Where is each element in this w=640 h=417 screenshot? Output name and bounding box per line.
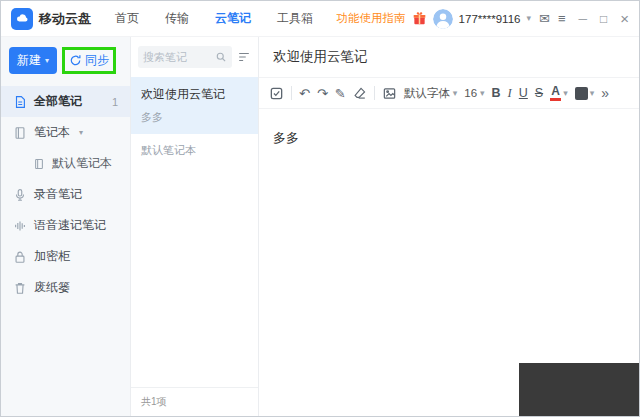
sidebar-item-label: 语音速记笔记 — [34, 217, 106, 234]
nav-transfer[interactable]: 传输 — [165, 10, 189, 27]
note-list-panel: 欢迎使用云笔记 多多 默认笔记本 共1项 — [131, 37, 259, 416]
font-size-value: 16 — [464, 87, 477, 99]
gift-icon[interactable] — [412, 11, 427, 26]
strikethrough-button[interactable]: S — [535, 86, 543, 100]
sidebar-item-notebooks[interactable]: 笔记本 ▾ — [1, 117, 130, 148]
avatar[interactable] — [433, 9, 453, 29]
font-color-swatch — [550, 98, 561, 101]
sidebar-item-label: 加密柜 — [34, 248, 70, 265]
underline-button[interactable]: U — [519, 86, 528, 100]
sidebar-item-default-notebook[interactable]: 默认笔记本 — [1, 148, 130, 179]
app-name: 移动云盘 — [39, 10, 91, 28]
editor-note-title[interactable]: 欢迎使用云笔记 — [259, 37, 639, 78]
new-note-label: 新建 — [17, 52, 41, 69]
search-icon — [215, 51, 227, 63]
font-family-select[interactable]: 默认字体 ▾ — [404, 86, 458, 101]
chevron-down-icon: ▾ — [79, 128, 83, 137]
app-window: 移动云盘 首页 传输 云笔记 工具箱 功能使用指南 177****9116 ▾ … — [0, 0, 640, 417]
eraser-icon[interactable] — [353, 86, 367, 100]
app-logo-icon — [11, 8, 33, 30]
lock-icon — [13, 250, 27, 264]
font-size-select[interactable]: 16 ▾ — [464, 87, 484, 99]
sync-button[interactable]: 同步 — [69, 52, 109, 69]
search-row — [131, 37, 258, 77]
chevron-down-icon: ▾ — [563, 89, 568, 98]
editor-toolbar: ↶ ↷ ✎ 默认字体 ▾ 16 ▾ B I — [259, 78, 639, 109]
main-nav: 首页 传输 云笔记 工具箱 — [115, 10, 313, 27]
search-input[interactable] — [143, 51, 215, 63]
note-list-item[interactable]: 欢迎使用云笔记 多多 — [131, 77, 258, 134]
sidebar-item-label: 全部笔记 — [34, 93, 82, 110]
todo-checkbox-icon[interactable] — [269, 86, 284, 101]
minimize-button[interactable]: ─ — [578, 13, 587, 25]
sidebar-item-label: 笔记本 — [34, 124, 70, 141]
maximize-button[interactable]: □ — [600, 13, 607, 25]
topbar: 移动云盘 首页 传输 云笔记 工具箱 功能使用指南 177****9116 ▾ … — [1, 1, 639, 37]
topbar-right: 功能使用指南 177****9116 ▾ ✉ ≡ ─ □ × — [337, 9, 629, 29]
toolbar-divider — [374, 86, 375, 100]
more-tools-icon[interactable]: » — [601, 86, 609, 100]
note-title: 欢迎使用云笔记 — [141, 86, 248, 103]
bold-button[interactable]: B — [492, 86, 501, 100]
note-snippet: 多多 — [141, 110, 248, 125]
italic-button[interactable]: I — [508, 86, 512, 101]
toolbar-divider — [291, 86, 292, 100]
chevron-down-icon: ▾ — [45, 56, 49, 65]
undo-icon[interactable]: ↶ — [299, 87, 310, 100]
chevron-down-icon: ▾ — [590, 89, 595, 98]
highlight-icon — [575, 87, 588, 100]
nav-home[interactable]: 首页 — [115, 10, 139, 27]
notebook-icon — [33, 158, 45, 170]
sync-highlight-annotation: 同步 — [62, 47, 116, 74]
font-family-value: 默认字体 — [404, 86, 450, 101]
account-chevron-down-icon[interactable]: ▾ — [526, 14, 531, 23]
trash-icon — [13, 281, 27, 295]
sync-label: 同步 — [85, 52, 109, 69]
sidebar-item-label: 录音笔记 — [34, 186, 82, 203]
search-box[interactable] — [138, 46, 232, 68]
sidebar-actions: 新建 ▾ 同步 — [1, 47, 130, 86]
close-button[interactable]: × — [620, 11, 629, 26]
format-painter-icon[interactable]: ✎ — [335, 87, 346, 100]
sidebar-item-voice-notes[interactable]: 录音笔记 — [1, 179, 130, 210]
insert-image-icon[interactable] — [382, 86, 397, 101]
sidebar-item-label: 废纸篓 — [34, 279, 70, 296]
sync-icon — [69, 54, 82, 67]
account-number[interactable]: 177****9116 — [459, 13, 521, 25]
new-note-button[interactable]: 新建 ▾ — [9, 47, 57, 74]
microphone-icon — [13, 188, 27, 202]
sidebar-item-trash[interactable]: 废纸篓 — [1, 272, 130, 303]
redo-icon[interactable]: ↷ — [317, 87, 328, 100]
sidebar-item-label: 默认笔记本 — [52, 155, 112, 172]
document-icon — [13, 95, 27, 109]
dark-overlay — [519, 363, 639, 416]
menu-icon[interactable]: ≡ — [558, 12, 566, 25]
chevron-down-icon: ▾ — [480, 89, 485, 98]
main-body: 新建 ▾ 同步 全部笔记 1 — [1, 37, 639, 416]
note-count-footer: 共1项 — [131, 387, 258, 416]
nav-cloud-notes[interactable]: 云笔记 — [215, 10, 251, 27]
font-color-icon: A — [550, 85, 561, 101]
chevron-down-icon: ▾ — [453, 89, 458, 98]
notebook-icon — [13, 126, 27, 140]
highlight-color-button[interactable]: ▾ — [575, 87, 595, 100]
note-notebook-label: 默认笔记本 — [131, 134, 258, 167]
sidebar-item-encrypted-cabinet[interactable]: 加密柜 — [1, 241, 130, 272]
nav-toolbox[interactable]: 工具箱 — [277, 10, 313, 27]
usage-guide-link[interactable]: 功能使用指南 — [337, 11, 406, 26]
note-count-badge: 1 — [112, 96, 118, 108]
font-color-letter: A — [551, 85, 560, 97]
waveform-icon — [13, 219, 27, 233]
editor-panel: 欢迎使用云笔记 ↶ ↷ ✎ 默认字体 ▾ — [259, 37, 639, 416]
sidebar-item-voice-shorthand[interactable]: 语音速记笔记 — [1, 210, 130, 241]
message-icon[interactable]: ✉ — [539, 12, 550, 25]
font-color-button[interactable]: A ▾ — [550, 85, 568, 101]
sort-icon[interactable] — [237, 50, 251, 64]
sidebar-item-all-notes[interactable]: 全部笔记 1 — [1, 86, 130, 117]
sidebar: 新建 ▾ 同步 全部笔记 1 — [1, 37, 131, 416]
